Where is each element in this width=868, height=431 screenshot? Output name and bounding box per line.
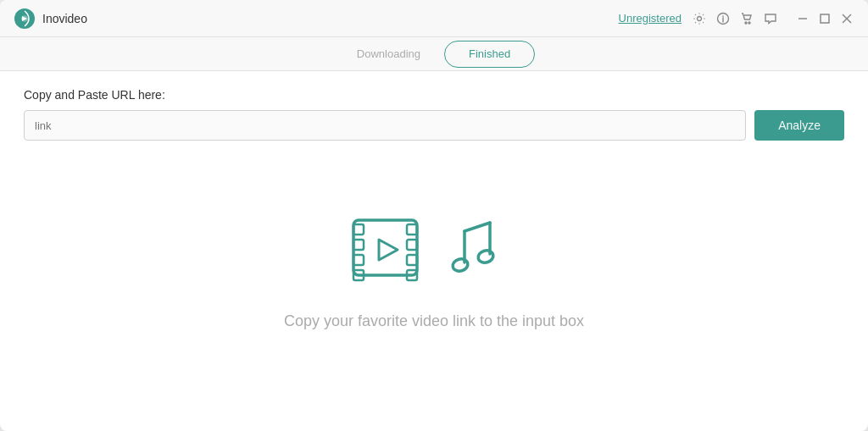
titlebar: Inovideo Unregistered bbox=[0, 0, 868, 37]
main-content: Copy and Paste URL here: Analyze bbox=[0, 71, 868, 431]
close-button[interactable] bbox=[839, 11, 854, 26]
svg-point-3 bbox=[745, 22, 747, 24]
svg-rect-14 bbox=[407, 224, 417, 235]
empty-state: Copy your favorite video link to the inp… bbox=[24, 141, 844, 414]
url-input[interactable] bbox=[24, 110, 746, 141]
svg-point-4 bbox=[748, 22, 750, 24]
svg-point-1 bbox=[698, 16, 702, 20]
titlebar-icons bbox=[692, 11, 778, 26]
svg-point-19 bbox=[451, 257, 469, 272]
empty-state-message: Copy your favorite video link to the inp… bbox=[284, 312, 584, 330]
app-name: Inovideo bbox=[42, 12, 87, 25]
url-section-label: Copy and Paste URL here: bbox=[24, 88, 844, 102]
svg-rect-6 bbox=[821, 14, 829, 23]
svg-line-22 bbox=[465, 223, 490, 231]
feedback-icon[interactable] bbox=[763, 11, 778, 26]
svg-point-21 bbox=[476, 248, 494, 263]
svg-rect-12 bbox=[353, 255, 364, 265]
app-logo-icon bbox=[14, 8, 36, 30]
svg-rect-11 bbox=[353, 240, 364, 250]
unregistered-link[interactable]: Unregistered bbox=[619, 12, 682, 25]
empty-state-icons bbox=[345, 207, 524, 292]
window-controls bbox=[795, 11, 854, 26]
cart-icon[interactable] bbox=[739, 11, 754, 26]
url-input-row: Analyze bbox=[24, 110, 844, 141]
settings-icon[interactable] bbox=[692, 11, 707, 26]
minimize-button[interactable] bbox=[795, 11, 810, 26]
titlebar-right: Unregistered bbox=[619, 11, 854, 26]
app-logo: Inovideo bbox=[14, 8, 87, 30]
tab-finished[interactable]: Finished bbox=[444, 41, 535, 68]
maximize-button[interactable] bbox=[817, 11, 832, 26]
svg-rect-16 bbox=[407, 255, 417, 265]
video-icon bbox=[345, 207, 430, 292]
music-icon bbox=[443, 210, 524, 290]
analyze-button[interactable]: Analyze bbox=[754, 110, 844, 141]
tab-downloading[interactable]: Downloading bbox=[333, 41, 444, 68]
tabbar: Downloading Finished bbox=[0, 37, 868, 71]
svg-rect-10 bbox=[353, 224, 364, 235]
svg-rect-15 bbox=[407, 240, 417, 250]
info-icon[interactable] bbox=[715, 11, 731, 26]
url-section: Copy and Paste URL here: Analyze bbox=[24, 88, 844, 141]
app-window: Inovideo Unregistered bbox=[0, 0, 868, 431]
